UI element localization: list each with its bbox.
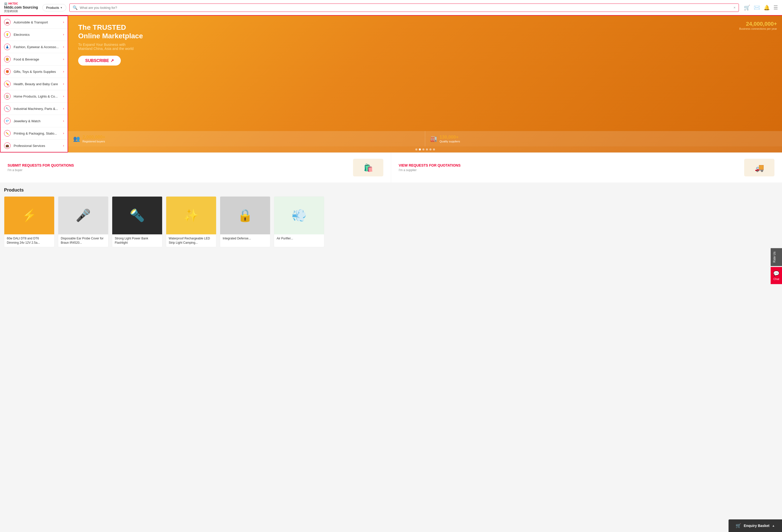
sidebar-item-printing[interactable]: ✏️ Printing & Packaging, Statio... › <box>0 127 68 140</box>
hero-stat-buyers-num: 2,000,000+ <box>82 135 105 140</box>
sidebar-icon-home: 🏠 <box>4 93 10 100</box>
sidebar-icon-automobile: 🚗 <box>4 19 10 26</box>
product-image-power-supply: ⚡ <box>4 197 54 234</box>
right-sidebar: Rate Us 💬 Chat <box>771 248 782 252</box>
chevron-right-icon-food: › <box>63 58 64 61</box>
sidebar-icon-industrial: 🔧 <box>4 105 10 112</box>
product-image-ear-probe: 🎤 <box>58 197 108 234</box>
products-label: Products <box>46 6 59 9</box>
quotation-section: SUBMIT REQUESTS FOR QUOTATIONS I'm a buy… <box>0 152 782 183</box>
sidebar-icon-food: 🍔 <box>4 56 10 63</box>
submit-quotation-block[interactable]: SUBMIT REQUESTS FOR QUOTATIONS I'm a buy… <box>0 153 391 183</box>
sidebar-item-jewellery[interactable]: 💎 Jewellery & Watch › <box>0 115 68 127</box>
cart-button[interactable]: 🛒 <box>744 4 750 10</box>
product-card-led-strip[interactable]: ✨ Waterproof Rechargeable LED Strip Ligh… <box>166 196 216 247</box>
product-card-ear-probe[interactable]: 🎤 Disposable Ear Probe Cover for Braun I… <box>58 196 108 247</box>
sidebar-label-health: Health, Beauty and Baby Care <box>13 82 60 86</box>
submit-quotation-sub: I'm a buyer <box>7 168 348 172</box>
product-card-power-supply[interactable]: ⚡ 60w DALI DT8 and DT6 Dimming 24v 12V 2… <box>4 196 55 247</box>
products-dropdown[interactable]: Products ▼ <box>42 4 66 11</box>
chevron-down-icon: ▼ <box>60 6 63 9</box>
hero-big-label: Business connections per year <box>739 27 777 30</box>
menu-button[interactable]: ☰ <box>774 4 778 10</box>
product-card-defense[interactable]: 🔒 Integrated Defense... <box>220 196 270 247</box>
view-quotation-illustration: 🚚 <box>744 159 775 177</box>
sidebar-label-printing: Printing & Packaging, Statio... <box>13 131 60 135</box>
search-input[interactable] <box>80 6 732 9</box>
sidebar-icon-jewellery: 💎 <box>4 118 10 124</box>
hero-content: The TRUSTEDOnline Marketplace To Expand … <box>68 15 782 131</box>
product-name-defense: Integrated Defense... <box>220 234 270 243</box>
sidebar-item-professional[interactable]: 💼 Professional Services › <box>0 140 68 152</box>
suppliers-icon: 🏭 <box>430 136 437 142</box>
hero-stat-buyers: 👥 2,000,000+ Registered buyers <box>68 131 425 146</box>
chevron-right-icon-electronics: › <box>63 33 64 36</box>
sidebar-item-food[interactable]: 🍔 Food & Beverage › <box>0 53 68 66</box>
sidebar-label-jewellery: Jewellery & Watch <box>13 119 60 123</box>
product-image-defense: 🔒 <box>220 197 270 234</box>
chevron-right-icon-automobile: › <box>63 21 64 24</box>
view-quotation-title: VIEW REQUESTS FOR QUOTATIONS <box>399 163 739 167</box>
chevron-right-icon-fashion: › <box>63 45 64 49</box>
rate-us-button[interactable]: Rate Us <box>771 248 782 252</box>
dot-3[interactable] <box>422 148 424 150</box>
subscribe-button[interactable]: SUBSCRIBE ↗ <box>78 56 121 66</box>
submit-quotation-text: SUBMIT REQUESTS FOR QUOTATIONS I'm a buy… <box>7 163 348 172</box>
sidebar-icon-fashion: 👗 <box>4 44 10 50</box>
hero-stat-suppliers: 🏭 130,000+ Quality suppliers <box>425 131 782 146</box>
dot-5[interactable] <box>429 148 431 150</box>
sidebar-icon-gifts: 🎁 <box>4 68 10 75</box>
mail-button[interactable]: ✉️ <box>754 4 760 10</box>
search-bar: 🔍 × <box>69 3 739 12</box>
hero-stat-buyers-label: Registered buyers <box>82 140 105 143</box>
product-image-purifier: 💨 <box>274 197 324 234</box>
chevron-right-icon-industrial: › <box>63 107 64 110</box>
submit-quotation-title: SUBMIT REQUESTS FOR QUOTATIONS <box>7 163 348 167</box>
sidebar-item-electronics[interactable]: 💡 Electronics › <box>0 29 68 41</box>
logo-hktdc: 🏢 HKTDC <box>4 2 39 5</box>
hero-stat-suppliers-label: Quality suppliers <box>439 140 460 143</box>
hero-carousel-dots <box>68 146 782 152</box>
dot-4[interactable] <box>426 148 428 150</box>
sidebar-label-food: Food & Beverage <box>13 58 60 61</box>
hero-subtitle: To Expand Your Business withMainland Chi… <box>78 43 772 51</box>
product-image-flashlight: 🔦 <box>112 197 162 234</box>
product-card-purifier[interactable]: 💨 Air Purifier... <box>274 196 324 247</box>
products-grid: ⚡ 60w DALI DT8 and DT6 Dimming 24v 12V 2… <box>4 196 778 247</box>
hero-stats-bar: 👥 2,000,000+ Registered buyers 🏭 130,000… <box>68 131 782 146</box>
view-quotation-text: VIEW REQUESTS FOR QUOTATIONS I'm a suppl… <box>399 163 739 172</box>
dot-6[interactable] <box>433 148 435 150</box>
sidebar-item-fashion[interactable]: 👗 Fashion, Eyewear & Accesso... › <box>0 41 68 53</box>
hero-title: The TRUSTEDOnline Marketplace <box>78 23 772 40</box>
notification-button[interactable]: 🔔 <box>763 4 770 10</box>
dot-1[interactable] <box>415 148 417 150</box>
chevron-right-icon-home: › <box>63 94 64 98</box>
sidebar-icon-health: 💊 <box>4 81 10 87</box>
logo-chinese: 買發網採購 <box>4 9 39 13</box>
sidebar-label-gifts: Gifts, Toys & Sports Supplies <box>13 70 60 74</box>
sidebar-icon-electronics: 💡 <box>4 31 10 38</box>
chevron-right-icon-printing: › <box>63 131 64 135</box>
view-quotation-block[interactable]: VIEW REQUESTS FOR QUOTATIONS I'm a suppl… <box>391 153 782 183</box>
products-section: Products ⚡ 60w DALI DT8 and DT6 Dimming … <box>0 183 782 252</box>
clear-icon[interactable]: × <box>734 5 736 9</box>
sidebar-item-home[interactable]: 🏠 Home Products, Lights & Co... › <box>0 90 68 103</box>
chevron-right-icon-professional: › <box>63 144 64 147</box>
product-name-flashlight: Strong Light Power Bank Flashlight <box>112 234 162 247</box>
sidebar-label-industrial: Industrial Machinery, Parts &... <box>13 107 60 111</box>
hero-big-number: 24,000,000+ <box>739 21 777 27</box>
sidebar-item-gifts[interactable]: 🎁 Gifts, Toys & Sports Supplies › <box>0 66 68 78</box>
chevron-right-icon-health: › <box>63 82 64 86</box>
sidebar-item-automobile[interactable]: 🚗 Automobile & Transport › <box>0 16 68 29</box>
sidebar-item-industrial[interactable]: 🔧 Industrial Machinery, Parts &... › <box>0 103 68 115</box>
products-section-title: Products <box>4 188 778 193</box>
dot-2[interactable] <box>419 148 421 150</box>
product-card-flashlight[interactable]: 🔦 Strong Light Power Bank Flashlight <box>112 196 163 247</box>
sidebar-label-automobile: Automobile & Transport <box>13 21 60 24</box>
logo-sourcing: hktdc.com Sourcing <box>4 5 39 9</box>
chevron-right-icon-gifts: › <box>63 70 64 73</box>
product-image-led-strip: ✨ <box>166 197 216 234</box>
header-icons: 🛒 ✉️ 🔔 ☰ <box>744 4 778 10</box>
sidebar-item-health[interactable]: 💊 Health, Beauty and Baby Care › <box>0 78 68 90</box>
buyers-icon: 👥 <box>73 136 80 142</box>
